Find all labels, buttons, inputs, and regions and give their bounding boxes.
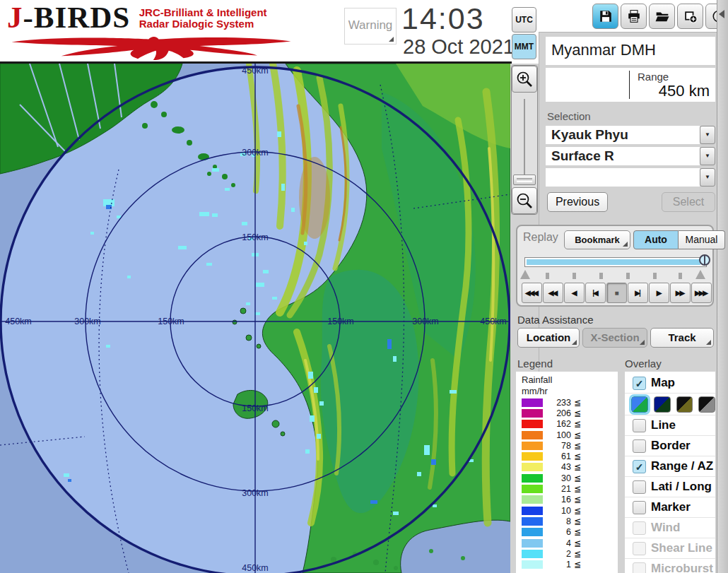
map-style-blue-green[interactable] (631, 396, 648, 413)
eagle-logo-graphic (6, 34, 297, 61)
dropdown-arrow-icon[interactable]: ▼ (700, 168, 715, 187)
auto-mode-button[interactable]: Auto (633, 230, 679, 249)
previous-button[interactable]: Previous (547, 192, 608, 212)
legend-value: 6 (548, 527, 571, 537)
replay-tick (599, 273, 603, 279)
replay-range-end-marker[interactable] (695, 270, 705, 279)
legend-row: 1≦ (522, 559, 618, 569)
map-style-black-olive[interactable] (676, 396, 693, 413)
overlay-item-label: Line (651, 418, 676, 432)
line-checkbox[interactable] (633, 419, 646, 432)
overlay-row-lati-long: Lati / Long (625, 476, 715, 497)
data-assistance-label: Data Assistance (517, 314, 594, 326)
legend-row: 206≦ (522, 408, 618, 418)
warning-button[interactable]: Warning (344, 8, 397, 45)
replay-timeline-slider[interactable] (524, 257, 707, 267)
overlay-row-wind: Wind (625, 517, 715, 538)
svg-text:300km: 300km (74, 317, 101, 326)
svg-text:300km: 300km (242, 488, 269, 498)
selection-dropdown-3[interactable] (546, 168, 700, 187)
border-checkbox[interactable] (633, 439, 646, 453)
collapse-arrow-icon[interactable] (719, 10, 724, 18)
step-back-button[interactable]: |◀ (585, 283, 606, 303)
zoom-in-button[interactable] (512, 66, 537, 93)
location-button[interactable]: Location (517, 328, 580, 348)
play-button[interactable]: ▶ (649, 283, 669, 303)
mmt-toggle-button[interactable]: MMT (512, 34, 536, 59)
legend-param: Rainfall (522, 374, 618, 386)
overlay-item-label: Marker (651, 500, 691, 514)
selection-dropdown-2[interactable]: Surface R (546, 147, 700, 165)
overlay-row-marker: Marker (625, 497, 715, 517)
overlay-title: Overlay (625, 358, 662, 370)
shear-line-checkbox (633, 542, 646, 555)
replay-label: Replay (523, 231, 558, 244)
legend-swatch (522, 409, 543, 418)
range-box: Range 450 km (546, 68, 715, 102)
save-button[interactable] (592, 4, 618, 29)
legend-swatch (522, 560, 543, 569)
replay-tick (653, 273, 657, 279)
legend-value: 2 (548, 549, 571, 559)
replay-tick (626, 273, 630, 279)
legend-row: 78≦ (522, 440, 618, 451)
replay-slider-handle[interactable] (699, 254, 710, 266)
manual-mode-button[interactable]: Manual (679, 230, 725, 249)
x-section-button[interactable]: X-Section (582, 328, 647, 348)
overlay-row-border: Border (625, 435, 715, 456)
magnifier-plus-icon (515, 70, 534, 88)
range-divider (629, 71, 630, 99)
legend-swatch (522, 431, 543, 439)
lte-symbol: ≦ (574, 419, 581, 429)
overlay-item-label: Range / AZ (651, 459, 713, 473)
legend-swatch (522, 485, 543, 493)
radar-map-area[interactable]: 450km 300km 150km 150km 300km 450km 450k… (0, 64, 510, 573)
overlay-row-microburst: Microburst (625, 558, 715, 573)
print-button[interactable] (621, 4, 647, 29)
legend-title: Legend (517, 358, 553, 370)
legend-row: 2≦ (522, 548, 618, 559)
fastest-forward-button[interactable]: ▶▶▶ (691, 283, 712, 303)
replay-range-start-marker[interactable] (520, 270, 530, 279)
zoom-out-button[interactable] (512, 187, 537, 214)
add-image-button[interactable] (677, 4, 703, 29)
overlay-panel: MapLineBorderRange / AZLati / LongMarker… (625, 372, 715, 573)
wind-checkbox (633, 521, 646, 535)
fast-forward-button[interactable]: ▶▶ (670, 283, 691, 303)
utc-toggle-button[interactable]: UTC (512, 7, 536, 33)
map-style-black-gray[interactable] (698, 396, 715, 413)
zoom-slider-line (524, 99, 525, 177)
dropdown-arrow-icon[interactable]: ▼ (700, 126, 715, 144)
dropdown-arrow-icon[interactable]: ▼ (700, 147, 715, 165)
track-button[interactable]: Track (650, 328, 714, 348)
map-checkbox[interactable] (633, 377, 646, 390)
step-forward-button[interactable]: ▶| (628, 283, 648, 303)
marker-checkbox[interactable] (633, 501, 646, 514)
lte-symbol: ≦ (574, 473, 581, 483)
lati-long-checkbox[interactable] (633, 480, 646, 494)
stop-button[interactable]: ■ (606, 283, 627, 303)
map-style-row (625, 393, 715, 415)
play-back-button[interactable]: ◀ (564, 283, 585, 303)
open-folder-button[interactable] (649, 4, 675, 29)
legend-swatch (522, 442, 543, 450)
legend-value: 4 (548, 538, 571, 548)
fast-rewind-button[interactable]: ◀◀◀ (522, 283, 542, 303)
legend-row: 100≦ (522, 430, 618, 440)
replay-tick (546, 273, 549, 279)
range-az-checkbox[interactable] (633, 460, 646, 473)
lte-symbol: ≦ (574, 527, 581, 537)
map-style-navy-darkgreen[interactable] (654, 396, 671, 413)
legend-value: 61 (548, 451, 571, 461)
select-button[interactable]: Select (662, 192, 715, 212)
panel-collapse-strip (717, 0, 728, 573)
bookmark-button[interactable]: Bookmark (564, 230, 630, 249)
legend-value: 10 (548, 506, 571, 516)
radar-map[interactable]: 450km 300km 150km 150km 300km 450km 450k… (0, 64, 510, 573)
zoom-slider-handle[interactable] (513, 175, 536, 185)
svg-text:150km: 150km (242, 403, 269, 413)
legend-value: 16 (548, 495, 571, 504)
selection-dropdown-1[interactable]: Kyauk Phyu (546, 126, 700, 144)
rewind-button[interactable]: ◀◀ (543, 283, 563, 303)
legend-value: 1 (548, 560, 571, 569)
